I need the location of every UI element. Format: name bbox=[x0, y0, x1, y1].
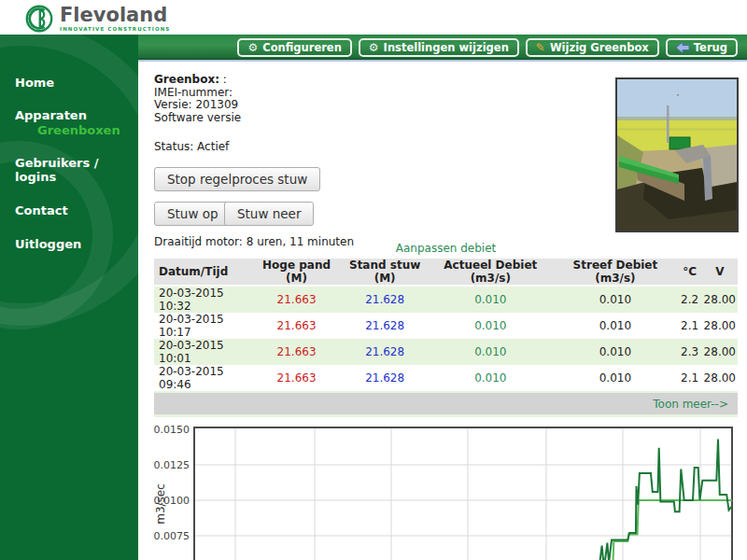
cell-temperatuur: 2.3 bbox=[678, 339, 702, 365]
table-row: 20-03-2015 09:46 21.663 21.628 0.010 0.0… bbox=[154, 365, 738, 391]
col-temperatuur: °C bbox=[678, 259, 702, 286]
wijzig-greenbox-button[interactable]: ✎ Wijzig Greenbox bbox=[526, 38, 659, 57]
flevoland-logo-icon bbox=[24, 4, 54, 34]
status-line: Status: Actief bbox=[154, 140, 229, 153]
stop-regelproces-button[interactable]: Stop regelproces stuw bbox=[154, 167, 320, 191]
svg-text:0.0075: 0.0075 bbox=[154, 530, 190, 542]
cell-voltage: 28.00 bbox=[702, 286, 738, 313]
toolbar: ⚙ Configureren ⚙ Instellingen wijzigen ✎… bbox=[138, 35, 747, 62]
cell-datum: 20-03-2015 10:32 bbox=[154, 286, 251, 313]
cell-actueel-debiet: 0.010 bbox=[428, 339, 553, 365]
pencil-icon: ✎ bbox=[536, 42, 545, 53]
gear-icon: ⚙ bbox=[247, 42, 258, 53]
sidebar-item-uitloggen[interactable]: Uitloggen bbox=[15, 237, 138, 251]
sidebar-item-home[interactable]: Home bbox=[15, 76, 138, 90]
cell-voltage: 28.00 bbox=[702, 339, 738, 365]
cell-actueel-debiet: 0.010 bbox=[428, 286, 553, 313]
cell-streef-debiet: 0.010 bbox=[553, 339, 678, 365]
device-info: Greenbox: : IMEI-nummer: Versie: 201309 … bbox=[154, 74, 241, 124]
debiet-chart-svg: 0.01500.01250.01000.0075m3/sec bbox=[154, 420, 738, 560]
svg-text:0.0125: 0.0125 bbox=[154, 459, 190, 471]
cell-stand-stuw: 21.628 bbox=[342, 313, 429, 339]
arrow-left-icon bbox=[676, 42, 689, 53]
device-name-value: : bbox=[223, 73, 227, 86]
sidebar: Home Apparaten Greenboxen Gebruikers / l… bbox=[0, 35, 138, 560]
cell-streef-debiet: 0.010 bbox=[553, 365, 678, 391]
table-row: 20-03-2015 10:17 21.663 21.628 0.010 0.0… bbox=[154, 313, 738, 339]
brand-tagline: INNOVATIVE CONSTRUCTIONS bbox=[60, 26, 170, 32]
instellingen-label: Instellingen wijzigen bbox=[384, 41, 509, 54]
wijzig-greenbox-label: Wijzig Greenbox bbox=[550, 41, 649, 54]
greenbox-detail-page: Flevoland INNOVATIVE CONSTRUCTIONS ⚙ Con… bbox=[0, 0, 747, 560]
cell-datum: 20-03-2015 10:17 bbox=[154, 313, 251, 339]
cell-streef-debiet: 0.010 bbox=[553, 286, 678, 313]
svg-text:m3/sec: m3/sec bbox=[154, 483, 167, 525]
cell-temperatuur: 2.2 bbox=[678, 286, 702, 313]
cell-hoge-pand: 21.663 bbox=[251, 365, 342, 391]
imei-line: IMEI-nummer: bbox=[154, 87, 241, 100]
cell-streef-debiet: 0.010 bbox=[553, 313, 678, 339]
col-hoge-pand: Hoge pand (M) bbox=[251, 259, 342, 286]
cell-hoge-pand: 21.663 bbox=[251, 313, 342, 339]
cell-temperatuur: 2.1 bbox=[678, 313, 702, 339]
sidebar-item-contact[interactable]: Contact bbox=[15, 203, 138, 217]
terug-label: Terug bbox=[694, 41, 727, 54]
brand-name: Flevoland bbox=[60, 4, 170, 26]
col-voltage: V bbox=[702, 259, 738, 286]
main-content: Greenbox: : IMEI-nummer: Versie: 201309 … bbox=[138, 63, 747, 560]
flevoland-logo: Flevoland INNOVATIVE CONSTRUCTIONS bbox=[24, 4, 170, 34]
cell-temperatuur: 2.1 bbox=[678, 365, 702, 391]
stuw-op-button[interactable]: Stuw op bbox=[154, 202, 232, 226]
greenbox-photo bbox=[615, 77, 739, 232]
sidebar-item-gebruikers[interactable]: Gebruikers / logins bbox=[15, 156, 138, 184]
device-name-label: Greenbox: bbox=[154, 73, 219, 86]
col-streef-debiet: Streef Debiet (m3/s) bbox=[553, 259, 678, 286]
sidebar-menu: Home Apparaten Greenboxen Gebruikers / l… bbox=[0, 35, 138, 251]
table-header: Datum/Tijd Hoge pand (M) Stand stuw (M) … bbox=[154, 259, 738, 286]
gear-icon: ⚙ bbox=[369, 42, 379, 53]
cell-voltage: 28.00 bbox=[702, 365, 738, 391]
cell-stand-stuw: 21.628 bbox=[342, 339, 429, 365]
cell-voltage: 28.00 bbox=[702, 313, 738, 339]
aanpassen-debiet-link[interactable]: Aanpassen debiet bbox=[154, 242, 738, 255]
cell-stand-stuw: 21.628 bbox=[342, 286, 429, 313]
configureren-label: Configureren bbox=[262, 41, 342, 54]
cell-hoge-pand: 21.663 bbox=[251, 286, 342, 313]
sidebar-item-apparaten[interactable]: Apparaten bbox=[15, 108, 138, 122]
col-datum-tijd: Datum/Tijd bbox=[154, 259, 251, 286]
cell-actueel-debiet: 0.010 bbox=[428, 365, 553, 391]
configureren-button[interactable]: ⚙ Configureren bbox=[237, 38, 351, 57]
stuw-neer-button[interactable]: Stuw neer bbox=[224, 202, 314, 226]
versie-line: Versie: 201309 bbox=[154, 99, 241, 112]
app-header: Flevoland INNOVATIVE CONSTRUCTIONS bbox=[0, 0, 747, 35]
logo-text: Flevoland INNOVATIVE CONSTRUCTIONS bbox=[60, 4, 170, 32]
svg-text:0.0150: 0.0150 bbox=[154, 424, 190, 436]
table-row: 20-03-2015 10:32 21.663 21.628 0.010 0.0… bbox=[154, 286, 738, 313]
cell-datum: 20-03-2015 10:01 bbox=[154, 339, 251, 365]
cell-hoge-pand: 21.663 bbox=[251, 339, 342, 365]
toon-meer-link[interactable]: Toon meer--> bbox=[653, 398, 728, 411]
col-stand-stuw: Stand stuw (M) bbox=[342, 259, 429, 286]
col-actueel-debiet: Actueel Debiet (m3/s) bbox=[428, 259, 553, 286]
instellingen-wijzigen-button[interactable]: ⚙ Instellingen wijzigen bbox=[359, 38, 519, 57]
cell-actueel-debiet: 0.010 bbox=[428, 313, 553, 339]
terug-button[interactable]: Terug bbox=[666, 38, 738, 57]
debiet-chart: 0.01500.01250.01000.0075m3/sec bbox=[154, 420, 738, 560]
table-row: 20-03-2015 10:01 21.663 21.628 0.010 0.0… bbox=[154, 339, 738, 365]
cell-stand-stuw: 21.628 bbox=[342, 365, 429, 391]
device-name-line: Greenbox: : bbox=[154, 74, 241, 87]
cell-datum: 20-03-2015 09:46 bbox=[154, 365, 251, 391]
sidebar-item-greenboxen[interactable]: Greenboxen bbox=[15, 123, 138, 137]
table-footer: Toon meer--> bbox=[154, 393, 738, 414]
software-line: Software versie bbox=[154, 112, 241, 125]
